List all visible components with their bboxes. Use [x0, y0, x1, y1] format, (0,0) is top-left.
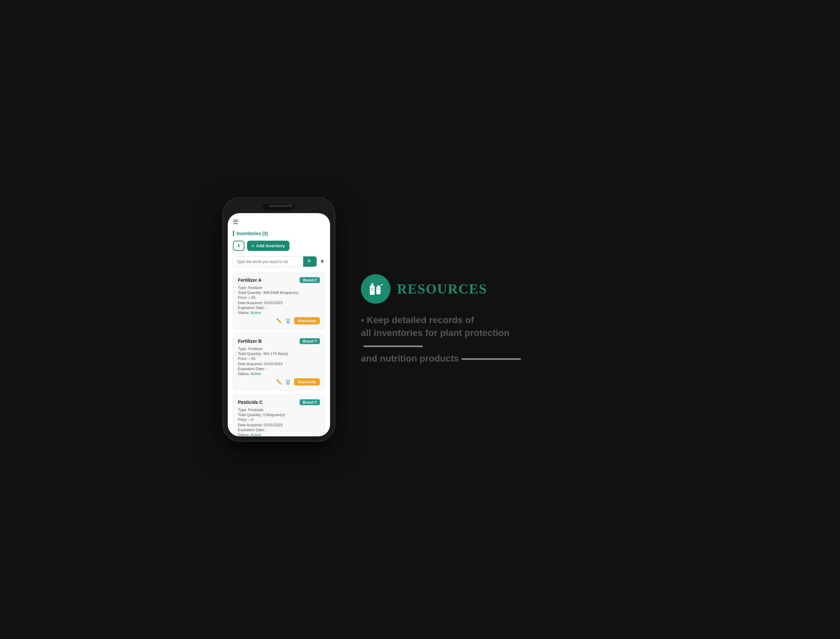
phone-notch-bar	[228, 203, 330, 212]
plus-icon: +	[252, 243, 254, 248]
inventory-list: Fertilizer A Brand Z Type: Fertilizer To…	[233, 272, 325, 436]
card-header: Fertilizer A Brand Z	[238, 277, 320, 283]
brand-badge: Brand Z	[300, 277, 320, 283]
page-wrapper: ☰ Inventories (3) ⬇ + Add Inventory	[223, 198, 617, 441]
search-input-wrapper: 🔍	[233, 256, 317, 267]
date-acquired-label: Date Acquired:	[238, 362, 264, 366]
item-name: Pesticide C	[238, 400, 263, 405]
svg-rect-3	[376, 287, 380, 294]
item-name: Fertilizer B	[238, 339, 262, 344]
item-expiration: Expiration Date: -	[238, 306, 320, 310]
status-value: Active	[251, 372, 261, 376]
type-label: Type:	[238, 347, 248, 351]
action-bar: ⬇ + Add Inventory	[233, 241, 325, 251]
phone-mockup: ☰ Inventories (3) ⬇ + Add Inventory	[223, 198, 335, 441]
deactivate-button[interactable]: Deactivate	[294, 317, 320, 324]
inventory-card: Pesticide C Brand X Type: Pesticide Tota…	[233, 394, 325, 436]
edit-icon[interactable]: ✏️	[276, 379, 282, 385]
phone-camera	[289, 204, 292, 207]
brand-badge: Brand X	[300, 399, 320, 405]
delete-icon[interactable]: 🗑️	[285, 379, 291, 385]
inventory-card: Fertilizer B Brand Y Type: Fertilizer To…	[233, 333, 325, 390]
search-input[interactable]	[233, 256, 303, 267]
hamburger-icon[interactable]: ☰	[233, 218, 325, 226]
item-price: Price: ৳ 55	[238, 296, 320, 300]
resources-description: Keep detailed records of all inventories…	[361, 313, 525, 365]
item-status: Status: Active	[238, 311, 320, 315]
price-label: Price:	[238, 296, 249, 299]
resources-icon	[367, 280, 384, 297]
status-value: Active	[251, 433, 261, 436]
quantity-label: Total Quantity:	[238, 352, 263, 356]
export-button[interactable]: ⬇	[233, 241, 244, 251]
search-button[interactable]: 🔍	[303, 256, 317, 267]
phone-speaker	[269, 205, 289, 207]
type-label: Type:	[238, 286, 248, 289]
deactivate-button[interactable]: Deactivate	[294, 378, 320, 386]
status-label: Status:	[238, 311, 251, 315]
resources-header: Resources	[361, 274, 617, 304]
item-name: Fertilizer A	[238, 277, 262, 283]
inventory-card: Fertilizer A Brand Z Type: Fertilizer To…	[233, 272, 325, 329]
add-inventory-label: Add Inventory	[256, 243, 285, 248]
card-header: Fertilizer B Brand Y	[238, 338, 320, 344]
expiration-label: Expiration Date:	[238, 306, 266, 310]
brand-badge: Brand Y	[300, 338, 320, 344]
price-label: Price:	[238, 418, 249, 421]
right-panel: Resources Keep detailed records of all i…	[361, 274, 617, 365]
status-label: Status:	[238, 433, 251, 436]
price-label: Price:	[238, 357, 249, 361]
item-date-acquired: Date Acquired: 01/01/2023	[238, 301, 320, 305]
quantity-label: Total Quantity:	[238, 291, 263, 294]
page-title: Inventories (3)	[233, 231, 325, 236]
delete-icon[interactable]: 🗑️	[285, 318, 291, 323]
filter-icon[interactable]: ▼	[320, 259, 325, 265]
card-header: Pesticide C Brand X	[238, 399, 320, 405]
svg-rect-4	[377, 285, 380, 287]
item-price: Price: ৳ 55	[238, 357, 320, 361]
card-actions: ✏️ 🗑️ Deactivate	[238, 378, 320, 386]
svg-point-6	[382, 284, 383, 285]
item-quantity: Total Quantity: 394,175 liter(s)	[238, 352, 320, 356]
export-icon: ⬇	[237, 243, 241, 248]
status-label: Status:	[238, 372, 251, 376]
quantity-label: Total Quantity:	[238, 413, 263, 417]
expiration-label: Expiration Date:	[238, 367, 266, 371]
search-icon: 🔍	[307, 259, 313, 264]
item-status: Status: Active	[238, 372, 320, 376]
item-type: Type: Fertilizer	[238, 347, 320, 351]
add-inventory-button[interactable]: + Add Inventory	[247, 241, 289, 251]
strikethrough-line	[364, 345, 423, 347]
svg-rect-2	[371, 283, 373, 285]
svg-rect-0	[370, 286, 375, 295]
item-status: Status: Active	[238, 433, 320, 436]
item-date-acquired: Date Acquired: 01/01/2023	[238, 423, 320, 427]
type-label: Type:	[238, 408, 248, 412]
search-bar: 🔍 ▼	[233, 256, 325, 267]
expiration-label: Expiration Date:	[238, 428, 266, 432]
item-price: Price: ৳ 0	[238, 418, 320, 422]
resources-title: Resources	[397, 281, 487, 297]
screen-content: ☰ Inventories (3) ⬇ + Add Inventory	[228, 213, 330, 436]
date-acquired-label: Date Acquired:	[238, 301, 264, 305]
card-actions: ✏️ 🗑️ Deactivate	[238, 317, 320, 324]
item-type: Type: Pesticide	[238, 408, 320, 412]
status-value: Active	[251, 311, 261, 315]
item-expiration: Expiration Date: -	[238, 428, 320, 432]
resources-icon-circle	[361, 274, 390, 304]
svg-line-5	[379, 285, 382, 286]
phone-screen: ☰ Inventories (3) ⬇ + Add Inventory	[228, 213, 330, 436]
edit-icon[interactable]: ✏️	[276, 318, 282, 323]
date-acquired-label: Date Acquired:	[238, 423, 264, 427]
item-expiration: Expiration Date: -	[238, 367, 320, 371]
item-quantity: Total Quantity: 0 kilogram(s)	[238, 413, 320, 417]
strikethrough-line-2	[462, 358, 521, 360]
item-date-acquired: Date Acquired: 01/01/2023	[238, 362, 320, 366]
item-type: Type: Fertilizer	[238, 286, 320, 289]
item-quantity: Total Quantity: 499,5498 kilogram(s)	[238, 291, 320, 294]
